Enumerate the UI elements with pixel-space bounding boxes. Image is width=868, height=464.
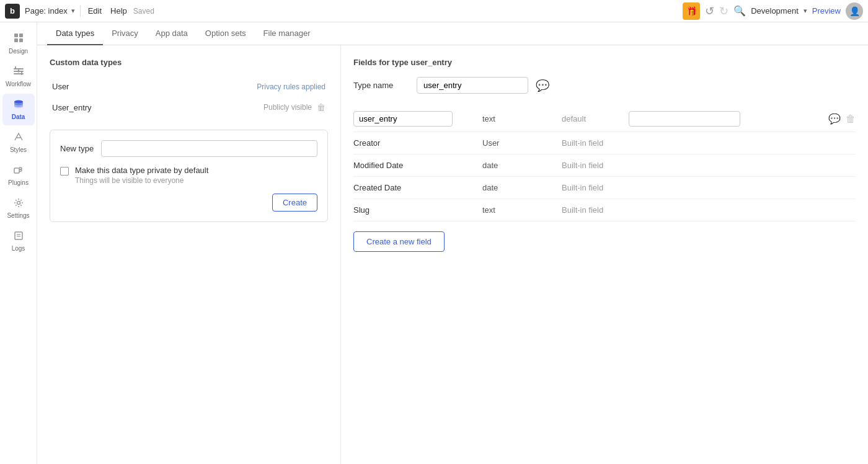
topbar-right: 🎁 ↺ ↻ 🔍 Development ▾ Preview 👤 [683, 2, 863, 20]
create-field-button[interactable]: Create a new field [353, 231, 445, 252]
sidebar-item-design[interactable]: Design [2, 27, 35, 60]
sidebar-item-styles[interactable]: Styles [2, 127, 35, 158]
tab-privacy[interactable]: Privacy [103, 22, 147, 45]
sidebar-item-label-plugins: Plugins [8, 179, 29, 186]
topbar-gift-button[interactable]: 🎁 [683, 2, 700, 20]
field-type-creator: User [482, 138, 557, 148]
new-type-row: New type [60, 140, 317, 157]
sidebar-item-settings[interactable]: Settings [2, 192, 35, 224]
field-status-creator: Built-in field [562, 138, 856, 148]
field-name-cell [353, 111, 477, 127]
field-type-modified-date: date [482, 161, 557, 170]
svg-rect-8 [18, 69, 19, 73]
field-comment-icon[interactable]: 💬 [828, 113, 841, 125]
sidebar-item-label-settings: Settings [7, 212, 29, 219]
content-area: Data types Privacy App data Option sets … [37, 22, 868, 464]
tab-data-types[interactable]: Data types [47, 22, 103, 45]
topbar-divider [80, 6, 81, 17]
field-row-creator: Creator User Built-in field [353, 132, 856, 154]
type-name-input[interactable] [417, 77, 528, 94]
data-type-badge-actions: Publicly visible 🗑 [264, 102, 326, 112]
field-status-created-date: Built-in field [562, 183, 856, 192]
tabs-bar: Data types Privacy App data Option sets … [37, 22, 868, 45]
topbar-preview-button[interactable]: Preview [812, 6, 841, 16]
field-type-cell: text [482, 114, 557, 123]
svg-rect-3 [19, 38, 23, 42]
field-status-slug: Built-in field [562, 205, 856, 215]
type-name-label: Type name [353, 81, 409, 90]
field-row-modified-date: Modified Date date Built-in field [353, 154, 856, 177]
topbar-edit-menu[interactable]: Edit [86, 5, 104, 17]
logs-icon [13, 230, 24, 243]
sidebar: Design Workflow Data Styles Plugins [0, 22, 37, 464]
field-row-slug: Slug text Built-in field [353, 199, 856, 221]
custom-data-types-title: Custom data types [50, 58, 328, 67]
left-panel: Custom data types User Privacy rules app… [37, 45, 341, 464]
sidebar-item-label-styles: Styles [10, 146, 27, 153]
tab-option-sets[interactable]: Option sets [197, 22, 255, 45]
type-name-row: Type name 💬 [353, 77, 856, 94]
field-delete-icon[interactable]: 🗑 [846, 114, 856, 125]
field-default-cell [629, 111, 823, 127]
field-name-created-date: Created Date [353, 183, 477, 192]
sidebar-item-label-logs: Logs [12, 245, 25, 252]
sidebar-item-label-workflow: Workflow [6, 81, 31, 87]
form-actions: Create [60, 194, 317, 212]
field-row-user-entry: text default 💬 🗑 [353, 106, 856, 132]
topbar-redo-icon[interactable]: ↻ [719, 4, 728, 18]
field-status-modified-date: Built-in field [562, 161, 856, 170]
field-name-modified-date: Modified Date [353, 161, 477, 170]
new-type-input[interactable] [101, 140, 317, 157]
topbar-env-chevron-icon[interactable]: ▾ [804, 7, 807, 15]
right-panel: Fields for type user_entry Type name 💬 t… [341, 45, 868, 464]
svg-rect-0 [14, 33, 18, 37]
panels-container: Custom data types User Privacy rules app… [37, 45, 868, 464]
field-name-slug: Slug [353, 205, 477, 215]
field-actions-cell: 💬 🗑 [828, 113, 856, 125]
main-layout: Design Workflow Data Styles Plugins [0, 22, 868, 464]
sidebar-item-workflow[interactable]: Workflow [2, 61, 35, 92]
sidebar-item-logs[interactable]: Logs [2, 225, 35, 257]
field-status-cell: default [562, 114, 624, 123]
data-type-badge-user-entry: Publicly visible [264, 103, 312, 112]
topbar: b Page: index ▾ Edit Help Saved 🎁 ↺ ↻ 🔍 … [0, 0, 868, 22]
new-type-label: New type [60, 144, 94, 153]
create-button[interactable]: Create [272, 194, 317, 212]
type-name-comment-icon[interactable]: 💬 [536, 79, 549, 92]
svg-rect-14 [15, 232, 22, 239]
data-type-badge-user: Privacy rules applied [257, 83, 326, 91]
topbar-help-menu[interactable]: Help [108, 5, 130, 17]
svg-point-13 [17, 202, 20, 205]
tab-app-data[interactable]: App data [147, 22, 197, 45]
field-name-input-user-entry[interactable] [353, 111, 453, 127]
data-type-name-user-entry: User_entry [52, 103, 92, 112]
data-type-delete-icon[interactable]: 🗑 [317, 102, 326, 112]
svg-rect-2 [14, 38, 18, 42]
data-type-item-user[interactable]: User Privacy rules applied [50, 77, 328, 96]
sidebar-item-label-data: Data [12, 114, 25, 120]
field-default-input[interactable] [629, 111, 740, 127]
topbar-chevron-icon[interactable]: ▾ [71, 7, 75, 15]
new-type-form: New type Make this data type private by … [50, 130, 328, 222]
topbar-undo-icon[interactable]: ↺ [705, 4, 714, 18]
private-checkbox[interactable] [60, 167, 69, 176]
field-type-slug: text [482, 205, 557, 215]
tab-file-manager[interactable]: File manager [255, 22, 319, 45]
topbar-env-label[interactable]: Development [751, 6, 799, 16]
styles-icon [13, 132, 24, 145]
private-row: Make this data type private by default T… [60, 166, 317, 185]
sidebar-item-label-design: Design [9, 48, 28, 55]
sidebar-item-data[interactable]: Data [2, 94, 35, 125]
topbar-avatar[interactable]: 👤 [846, 2, 863, 20]
settings-icon [13, 197, 24, 210]
private-sub-text: Things will be visible to everyone [75, 176, 208, 185]
fields-table: text default 💬 🗑 Creator User [353, 106, 856, 221]
data-type-item-user-entry[interactable]: User_entry Publicly visible 🗑 [50, 97, 328, 117]
topbar-page: Page: index [25, 6, 68, 16]
data-icon [13, 99, 24, 112]
plugins-icon [13, 164, 24, 177]
field-name-creator: Creator [353, 138, 477, 148]
svg-rect-1 [19, 33, 23, 37]
sidebar-item-plugins[interactable]: Plugins [2, 159, 35, 191]
topbar-search-icon[interactable]: 🔍 [733, 5, 746, 17]
